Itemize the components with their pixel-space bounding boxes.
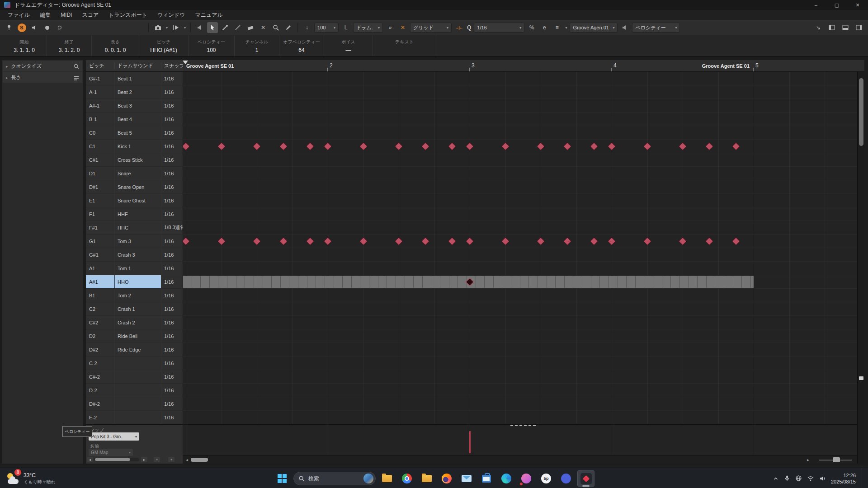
drum-note[interactable] — [466, 237, 474, 245]
drum-note[interactable] — [279, 142, 288, 150]
velocity-bar[interactable] — [469, 431, 471, 453]
drum-note[interactable] — [183, 237, 190, 245]
info-field[interactable]: テキスト — [373, 35, 436, 56]
drum-row-A#-1[interactable]: A#-1Beat 31/16 — [86, 99, 183, 113]
drum-row-C#-2[interactable]: C#-21/16 — [86, 370, 183, 384]
quantize-panel-button[interactable]: e — [539, 22, 550, 33]
inspector-section-1[interactable]: ▸長さ — [3, 72, 82, 83]
loop-icon[interactable] — [54, 22, 65, 33]
drum-note[interactable] — [395, 237, 403, 245]
info-field[interactable]: オフベロシティー64 — [279, 35, 324, 56]
timeline-ruler[interactable]: Groove Agent SE 01 Groove Agent SE 01 23… — [183, 60, 857, 72]
taskbar-app-folder[interactable] — [418, 470, 435, 487]
part-select[interactable]: Groove Agen.01 — [570, 23, 618, 33]
drum-note[interactable] — [705, 237, 713, 245]
drum-note[interactable] — [732, 237, 740, 245]
scroll-left-icon[interactable]: ◂ — [87, 457, 93, 462]
drum-note[interactable] — [359, 237, 367, 245]
add-button[interactable]: + — [154, 457, 160, 462]
drum-note[interactable] — [537, 142, 545, 150]
note-grid[interactable] — [183, 72, 857, 424]
insert-velocity-select[interactable]: 100 — [314, 23, 339, 33]
drum-note[interactable] — [537, 237, 545, 245]
snap-icon[interactable]: →|← — [453, 22, 464, 33]
crosshair-icon[interactable]: ✕ — [397, 22, 408, 33]
velocity-lane-label[interactable]: ベロシティー — [62, 426, 92, 437]
drum-note[interactable] — [643, 142, 651, 150]
solo-button[interactable]: S — [16, 22, 27, 33]
drum-row-D2[interactable]: D2Ride Bell1/16 — [86, 329, 183, 343]
drum-note[interactable] — [448, 237, 456, 245]
drum-note[interactable] — [421, 142, 429, 150]
zoom-handle[interactable] — [859, 376, 863, 380]
snapshot-camera-icon[interactable] — [152, 22, 163, 33]
scroll-right-icon[interactable]: ▸ — [141, 457, 147, 462]
drum-row-C0[interactable]: C0Beat 51/16 — [86, 126, 183, 140]
drum-note[interactable] — [324, 237, 332, 245]
drum-map-select[interactable]: Pop Kit 3 - Gro. — [89, 432, 139, 441]
drum-note[interactable] — [253, 142, 261, 150]
drum-note[interactable] — [608, 142, 616, 150]
drum-note[interactable] — [448, 142, 456, 150]
drum-note[interactable] — [679, 237, 687, 245]
taskbar-app-firefox[interactable] — [438, 470, 455, 487]
corner-arrow-icon[interactable]: ↘ — [813, 22, 824, 33]
drum-row-F1[interactable]: F1HHF1/16 — [86, 207, 183, 221]
drum-note[interactable] — [359, 142, 367, 150]
taskbar-clock[interactable]: 12:26 2025/08/15 — [831, 472, 856, 485]
event-colors-icon[interactable]: ≡ — [552, 22, 562, 33]
drum-note[interactable] — [306, 237, 314, 245]
scroll-left-icon[interactable]: ◂ — [184, 456, 190, 463]
chevron-right-icon[interactable]: ▸ — [6, 64, 8, 69]
map-name-select[interactable]: GM Map — [89, 449, 133, 456]
drum-note[interactable] — [466, 142, 474, 150]
search-highlight-icon[interactable] — [363, 474, 373, 483]
close-button[interactable]: ✕ — [847, 0, 868, 10]
auto-scroll-icon[interactable] — [170, 22, 181, 33]
acoustic-feedback-button[interactable] — [29, 22, 40, 33]
add-button[interactable]: + — [168, 457, 175, 462]
drum-note[interactable] — [563, 237, 571, 245]
info-field[interactable]: 開始3. 1. 1. 0 — [2, 35, 47, 56]
taskbar-app-edge[interactable] — [498, 470, 515, 487]
scroll-thumb[interactable] — [191, 458, 208, 462]
drum-row-F#1[interactable]: F#1HHC1/8 3連符 — [86, 221, 183, 235]
drum-note[interactable] — [421, 237, 429, 245]
menu-item-6[interactable]: マニュアル — [190, 10, 227, 20]
drum-note[interactable] — [279, 237, 288, 245]
grid-type-select[interactable]: グリッド — [410, 23, 452, 33]
scroll-thumb[interactable] — [95, 458, 130, 461]
drum-row-E1[interactable]: E1Snare Ghost1/16 — [86, 194, 183, 207]
zoom-tool[interactable] — [270, 22, 281, 33]
eraser-tool[interactable] — [245, 22, 256, 33]
line-tool[interactable] — [232, 22, 243, 33]
drum-row-D#2[interactable]: D#2Ride Edge1/16 — [86, 343, 183, 357]
right-zone-icon[interactable] — [854, 22, 864, 33]
drum-row-A#1[interactable]: A#1HHO1/16 — [86, 275, 183, 289]
taskbar-app-chrome[interactable] — [398, 470, 415, 487]
select-tool[interactable] — [207, 22, 218, 33]
drum-note[interactable] — [324, 142, 332, 150]
drum-row-D-2[interactable]: D-21/16 — [86, 384, 183, 397]
left-zone-icon[interactable] — [826, 22, 837, 33]
drum-row-A1[interactable]: A1Tom 11/16 — [86, 262, 183, 275]
menu-item-2[interactable]: MIDI — [56, 10, 77, 20]
menu-item-0[interactable]: ファイル — [3, 10, 35, 20]
menu-item-1[interactable]: 編集 — [35, 10, 56, 20]
drum-row-E-2[interactable]: E-21/16 — [86, 411, 183, 424]
weather-widget[interactable]: 8 33°C くもり時々晴れ — [4, 468, 58, 488]
pitch-column-header[interactable]: ピッチ — [86, 62, 114, 69]
drum-note[interactable] — [306, 142, 314, 150]
velocity-lane[interactable] — [183, 424, 857, 455]
drum-note[interactable] — [563, 142, 571, 150]
start-button[interactable] — [274, 470, 291, 487]
menu-item-3[interactable]: スコア — [77, 10, 104, 20]
mute-tool[interactable]: ✕ — [258, 22, 269, 33]
drum-note[interactable] — [732, 142, 740, 150]
drum-row-G#-1[interactable]: G#-1Beat 11/16 — [86, 72, 183, 85]
loop-letter-icon[interactable]: L — [340, 22, 351, 33]
edit-mode-select[interactable]: ドラム. — [353, 23, 383, 33]
chevron-down-icon[interactable]: ▾ — [564, 26, 568, 30]
controller-lane-select[interactable]: ベロシティー — [632, 23, 680, 33]
drum-note[interactable] — [217, 142, 225, 150]
